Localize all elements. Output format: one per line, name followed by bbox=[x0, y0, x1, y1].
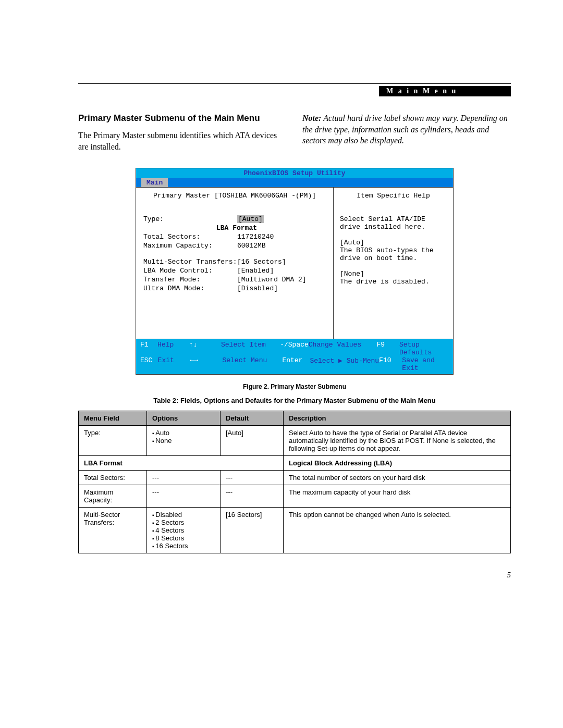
bios-field-row: Maximum Capacity:60012MB bbox=[143, 242, 326, 250]
cell-options: AutoNone bbox=[147, 426, 221, 456]
footer-key-f9: F9 bbox=[376, 341, 399, 356]
footer-key-space: -/Space bbox=[280, 341, 309, 356]
footer-select-submenu: Select ▶ Sub-Menu bbox=[310, 356, 379, 372]
bios-field-label: LBA Mode Control: bbox=[143, 267, 237, 275]
bios-tab-bar: Main bbox=[136, 178, 454, 187]
bios-field-value: [Enabled] bbox=[237, 267, 326, 275]
table-caption: Table 2: Fields, Options and Defaults fo… bbox=[78, 397, 511, 404]
bios-help-panel: Item Specific Help Select Serial ATA/IDE… bbox=[333, 188, 453, 339]
bios-field-value: 117210240 bbox=[237, 233, 326, 241]
bios-field-label: Transfer Mode: bbox=[143, 276, 237, 283]
table-row: Total Sectors:------The total number of … bbox=[79, 471, 511, 485]
fields-table: Menu Field Options Default Description T… bbox=[78, 411, 511, 553]
cell-default: [Auto] bbox=[221, 426, 284, 456]
cell-default: --- bbox=[221, 471, 284, 485]
bios-help-line: drive on boot time. bbox=[340, 254, 447, 262]
bios-help-line: drive installed here. bbox=[340, 223, 447, 231]
footer-save-exit: Save and Exit bbox=[402, 356, 449, 372]
cell-options: --- bbox=[147, 471, 221, 485]
bios-field-label: Total Sectors: bbox=[143, 233, 237, 241]
cell-default: --- bbox=[221, 485, 284, 508]
bios-help-line bbox=[340, 231, 447, 239]
th-default: Default bbox=[221, 411, 284, 426]
footer-select-item: Select Item bbox=[221, 341, 280, 356]
footer-exit: Exit bbox=[158, 356, 190, 372]
bios-field-row: LBA Mode Control:[Enabled] bbox=[143, 267, 326, 275]
cell-description: The total number of sectors on your hard… bbox=[284, 471, 511, 485]
bios-left-header: Primary Master [TOSHIBA MK6006GAH -(PM)] bbox=[143, 192, 326, 200]
bios-field-row: Transfer Mode:[Multiword DMA 2] bbox=[143, 276, 326, 283]
bios-help-line bbox=[340, 262, 447, 270]
table-row: Type:AutoNone[Auto]Select Auto to have t… bbox=[79, 426, 511, 456]
footer-select-menu: Select Menu bbox=[222, 356, 282, 372]
option-item: Auto bbox=[152, 429, 215, 437]
cell-options: --- bbox=[147, 485, 221, 508]
bios-field-label: Multi-Sector Transfers: bbox=[143, 258, 237, 266]
bios-help-line: [None] bbox=[340, 270, 447, 278]
bios-field-row: Type:[Auto] bbox=[143, 215, 326, 223]
option-item: 8 Sectors bbox=[152, 534, 215, 542]
cell-description: Select Auto to have the type of Serial o… bbox=[284, 426, 511, 456]
footer-key-enter: Enter bbox=[282, 356, 310, 372]
bios-field-value: [16 Sectors] bbox=[237, 258, 326, 266]
cell-field: Type: bbox=[79, 426, 147, 456]
bios-help-line: The drive is disabled. bbox=[340, 278, 447, 286]
table-section-row: LBA FormatLogical Block Addressing (LBA) bbox=[79, 456, 511, 471]
bios-field-value: [Auto] bbox=[237, 215, 326, 223]
footer-key-esc: ESC bbox=[140, 356, 158, 372]
bios-field-row: Total Sectors:117210240 bbox=[143, 233, 326, 241]
header-tag: M a i n M e n u bbox=[379, 86, 511, 96]
cell-description: This option cannot be changed when Auto … bbox=[284, 508, 511, 553]
footer-help: Help bbox=[157, 341, 189, 356]
bios-field-row: Ultra DMA Mode:[Disabled] bbox=[143, 285, 326, 292]
option-item: 2 Sectors bbox=[152, 519, 215, 526]
bios-field-value: [Disabled] bbox=[237, 285, 326, 292]
section-desc: Logical Block Addressing (LBA) bbox=[284, 456, 511, 471]
bios-field-value: 60012MB bbox=[237, 242, 326, 250]
footer-change-values: Change Values bbox=[309, 341, 377, 356]
figure-caption: Figure 2. Primary Master Submenu bbox=[78, 383, 511, 390]
bios-field-value: [Multiword DMA 2] bbox=[237, 276, 326, 283]
option-item: Disabled bbox=[152, 511, 215, 519]
cell-field: Maximum Capacity: bbox=[79, 485, 147, 508]
bios-help-line: [Auto] bbox=[340, 239, 447, 246]
intro-text: The Primary Master submenu identifies wh… bbox=[78, 130, 287, 152]
bios-help-line: The BIOS auto-types the bbox=[340, 246, 447, 254]
top-rule bbox=[78, 83, 511, 84]
footer-key-f10: F10 bbox=[379, 356, 402, 372]
th-options: Options bbox=[147, 411, 221, 426]
bios-screenshot: PhoenixBIOS Setup Utility Main Primary M… bbox=[136, 168, 454, 375]
bios-help-header: Item Specific Help bbox=[340, 192, 447, 200]
table-row: Maximum Capacity:------The maximum capac… bbox=[79, 485, 511, 508]
th-menu-field: Menu Field bbox=[79, 411, 147, 426]
bios-tab-main: Main bbox=[141, 178, 168, 187]
note-text: Actual hard drive label shown may vary. … bbox=[302, 114, 508, 145]
table-row: Multi-Sector Transfers:Disabled2 Sectors… bbox=[79, 508, 511, 553]
footer-arrows-ud: ↑↓ bbox=[189, 341, 221, 356]
option-item: 4 Sectors bbox=[152, 526, 215, 534]
cell-default: [16 Sectors] bbox=[221, 508, 284, 553]
footer-arrows-lr: ←→ bbox=[190, 356, 223, 372]
th-description: Description bbox=[284, 411, 511, 426]
bios-field-row: Multi-Sector Transfers:[16 Sectors] bbox=[143, 258, 326, 266]
footer-setup-defaults: Setup Defaults bbox=[399, 341, 449, 356]
cell-options: Disabled2 Sectors4 Sectors8 Sectors16 Se… bbox=[147, 508, 221, 553]
cell-field: Multi-Sector Transfers: bbox=[79, 508, 147, 553]
bios-field-label: Type: bbox=[143, 215, 237, 223]
bios-subheading: LBA Format bbox=[216, 224, 326, 232]
option-item: None bbox=[152, 437, 215, 445]
bios-left-panel: Primary Master [TOSHIBA MK6006GAH -(PM)]… bbox=[136, 188, 333, 339]
bios-field-label: Ultra DMA Mode: bbox=[143, 285, 237, 292]
footer-key-f1: F1 bbox=[140, 341, 157, 356]
option-item: 16 Sectors bbox=[152, 542, 215, 550]
section-title: Primary Master Submenu of the Main Menu bbox=[78, 113, 287, 125]
cell-field: Total Sectors: bbox=[79, 471, 147, 485]
cell-description: The maximum capacity of your hard disk bbox=[284, 485, 511, 508]
bios-field-label: Maximum Capacity: bbox=[143, 242, 237, 250]
page-number: 5 bbox=[507, 571, 511, 579]
bios-help-line: Select Serial ATA/IDE bbox=[340, 215, 447, 223]
bios-title: PhoenixBIOS Setup Utility bbox=[136, 168, 454, 178]
section-label: LBA Format bbox=[79, 456, 284, 471]
bios-footer: F1 Help ↑↓ Select Item -/Space Change Va… bbox=[136, 339, 454, 375]
note-label: Note: bbox=[302, 114, 321, 122]
